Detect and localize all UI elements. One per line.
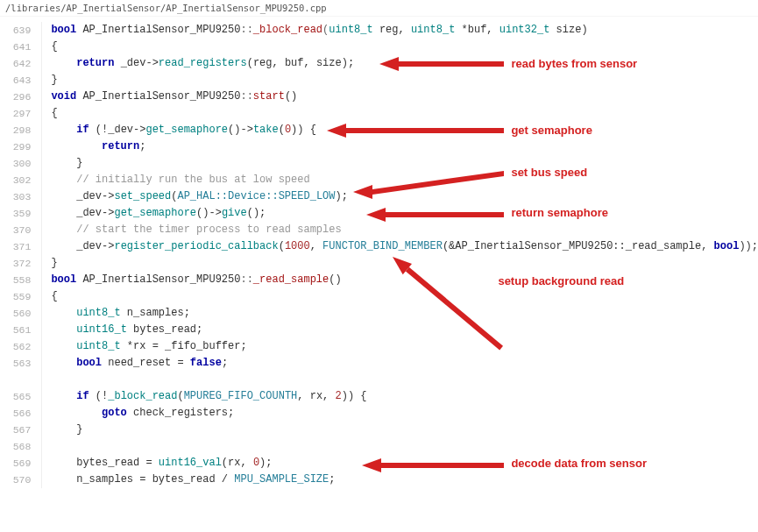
code-line[interactable]: bytes_read = uint16_val(rx, 0); [51,455,758,472]
code-line[interactable]: { [51,288,758,305]
line-number: 563 [0,355,31,372]
line-number: 359 [0,205,31,222]
line-number: 639 [0,22,31,39]
code-line[interactable]: } [51,255,758,272]
line-number: 303 [0,188,31,205]
code-line[interactable]: { [51,105,758,122]
code-line[interactable]: goto check_registers; [51,405,758,422]
line-number: 643 [0,72,31,89]
line-number: 298 [0,122,31,138]
code-line[interactable]: return _dev->read_registers(reg, buf, si… [51,55,758,72]
line-number [0,372,31,388]
line-number: 567 [0,422,31,438]
code-line[interactable]: bool AP_InertialSensor_MPU9250::_block_r… [51,22,758,39]
line-number: 565 [0,388,31,405]
line-number: 371 [0,238,31,255]
code-line[interactable]: n_samples = bytes_read / MPU_SAMPLE_SIZE… [51,472,758,488]
line-number: 561 [0,322,31,338]
line-number: 559 [0,288,31,305]
code-line[interactable]: uint8_t *rx = _fifo_buffer; [51,338,758,355]
code-line[interactable] [51,372,758,388]
code-line[interactable]: void AP_InertialSensor_MPU9250::start() [51,89,758,105]
code-line[interactable]: _dev->set_speed(AP_HAL::Device::SPEED_LO… [51,188,758,205]
line-gutter: 639 641 642 643 296 297 298 299 300 302 … [0,22,41,488]
code-line[interactable]: _dev->register_periodic_callback(1000, F… [51,238,758,255]
line-number: 568 [0,438,31,455]
code-line[interactable]: if (!_dev->get_semaphore()->take(0)) { [51,122,758,138]
line-number: 641 [0,39,31,55]
code-line[interactable]: bool AP_InertialSensor_MPU9250::_read_sa… [51,272,758,288]
code-line[interactable]: uint16_t bytes_read; [51,322,758,338]
code-editor: 639 641 642 643 296 297 298 299 300 302 … [0,17,758,488]
code-line[interactable]: // start the timer process to read sampl… [51,222,758,238]
code-line[interactable]: bool need_reset = false; [51,355,758,372]
line-number: 299 [0,138,31,155]
code-line[interactable]: } [51,155,758,172]
line-number: 370 [0,222,31,238]
line-number: 569 [0,455,31,472]
code-line[interactable]: } [51,72,758,89]
code-line[interactable]: if (!_block_read(MPUREG_FIFO_COUNTH, rx,… [51,388,758,405]
line-number: 296 [0,89,31,105]
code-line[interactable]: // initially run the bus at low speed [51,172,758,188]
line-number: 558 [0,272,31,288]
file-path: /libraries/AP_InertialSensor/AP_Inertial… [0,0,758,17]
code-line[interactable]: _dev->get_semaphore()->give(); [51,205,758,222]
code-body[interactable]: bool AP_InertialSensor_MPU9250::_block_r… [41,22,758,488]
line-number: 302 [0,172,31,188]
line-number: 566 [0,405,31,422]
line-number: 372 [0,255,31,272]
code-line[interactable] [51,438,758,455]
code-line[interactable]: } [51,422,758,438]
line-number: 297 [0,105,31,122]
line-number: 570 [0,472,31,488]
code-line[interactable]: { [51,39,758,55]
line-number: 560 [0,305,31,322]
line-number: 300 [0,155,31,172]
line-number: 642 [0,55,31,72]
code-line[interactable]: uint8_t n_samples; [51,305,758,322]
line-number: 562 [0,338,31,355]
code-line[interactable]: return; [51,138,758,155]
